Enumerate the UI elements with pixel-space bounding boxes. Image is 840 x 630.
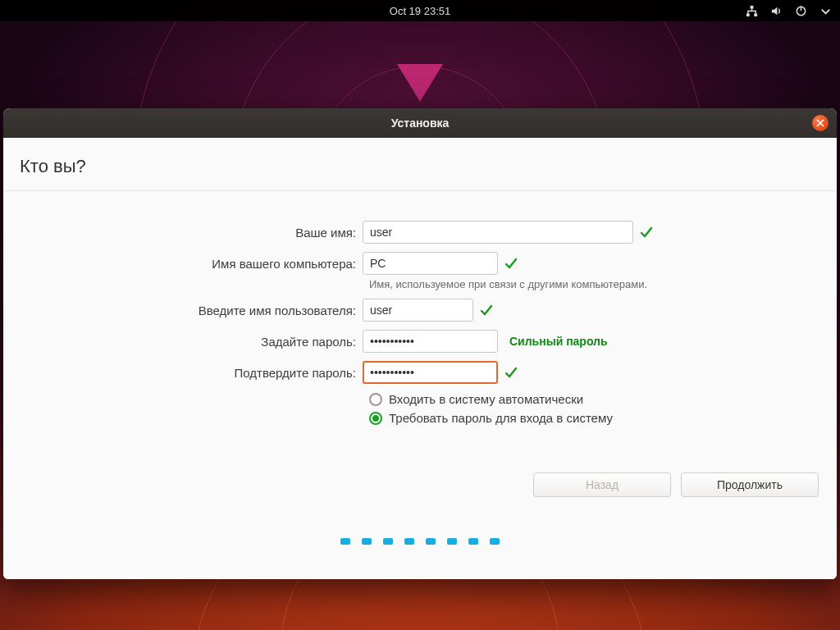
check-icon: [504, 366, 518, 379]
decorative-wedge: [397, 64, 443, 102]
radio-label: Входить в систему автоматически: [389, 392, 583, 406]
svg-rect-4: [800, 6, 801, 11]
check-icon: [504, 257, 518, 270]
hostname-input[interactable]: [363, 252, 498, 275]
page-title: Кто вы?: [3, 138, 837, 190]
password-label: Задайте пароль:: [3, 335, 363, 349]
chevron-down-icon[interactable]: [819, 4, 832, 17]
login-mode-group: Входить в систему автоматически Требоват…: [369, 392, 837, 425]
radio-require-password[interactable]: Требовать пароль для входа в систему: [369, 411, 837, 425]
installer-window: Установка Кто вы? Ваше имя: Имя вашего к…: [3, 108, 837, 579]
username-input[interactable]: [363, 299, 473, 322]
progress-dot: [468, 538, 478, 545]
svg-rect-1: [746, 13, 749, 16]
progress-dot: [340, 538, 350, 545]
svg-rect-2: [754, 13, 757, 16]
system-tray[interactable]: [745, 4, 832, 17]
clock[interactable]: Oct 19 23:51: [390, 5, 450, 17]
password-strength: Сильный пароль: [509, 335, 608, 348]
svg-rect-0: [750, 5, 753, 8]
user-form: Ваше имя: Имя вашего компьютера: Имя: [3, 191, 837, 425]
radio-auto-login[interactable]: Входить в систему автоматически: [369, 392, 837, 406]
network-icon[interactable]: [745, 4, 758, 17]
volume-icon[interactable]: [769, 4, 783, 17]
hostname-helper: Имя, используемое при связи с другими ко…: [369, 278, 837, 290]
progress-dots: [3, 538, 837, 545]
gnome-topbar: Oct 19 23:51: [0, 0, 840, 21]
power-icon[interactable]: [794, 4, 807, 17]
radio-icon: [369, 412, 382, 425]
radio-label: Требовать пароль для входа в систему: [389, 411, 613, 425]
installer-content: Кто вы? Ваше имя: Имя вашего компьютера:: [3, 138, 837, 579]
close-button[interactable]: [812, 115, 829, 131]
password-input[interactable]: [363, 330, 498, 353]
progress-dot: [404, 538, 414, 545]
progress-dot: [426, 538, 436, 545]
name-label: Ваше имя:: [3, 226, 363, 240]
progress-dot: [447, 538, 457, 545]
window-title: Установка: [391, 116, 450, 130]
progress-dot: [362, 538, 372, 545]
confirm-password-label: Подтвердите пароль:: [3, 366, 363, 380]
hostname-label: Имя вашего компьютера:: [3, 257, 363, 271]
window-titlebar[interactable]: Установка: [3, 108, 837, 138]
username-label: Введите имя пользователя:: [3, 304, 363, 317]
continue-button[interactable]: Продолжить: [681, 472, 819, 497]
footer-buttons: Назад Продолжить: [533, 472, 819, 497]
progress-dot: [383, 538, 393, 545]
name-input[interactable]: [363, 221, 633, 244]
radio-icon: [369, 393, 382, 406]
back-button[interactable]: Назад: [533, 472, 671, 497]
confirm-password-input[interactable]: [363, 361, 498, 384]
check-icon: [480, 304, 493, 317]
progress-dot: [490, 538, 500, 545]
check-icon: [640, 226, 653, 239]
